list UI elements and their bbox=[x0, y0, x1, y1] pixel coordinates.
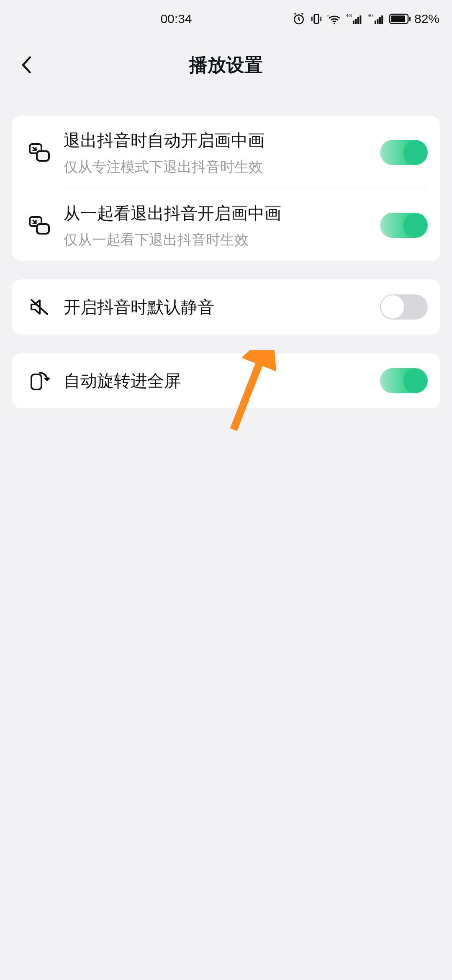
svg-rect-10 bbox=[375, 21, 376, 24]
toggle-default-mute[interactable] bbox=[380, 294, 428, 320]
page-title: 播放设置 bbox=[189, 53, 263, 77]
toggle-exit-pip[interactable] bbox=[380, 140, 428, 165]
setting-row-watchparty-pip[interactable]: 从一起看退出抖音开启画中画 仅从一起看下退出抖音时生效 bbox=[12, 188, 440, 261]
svg-text:4G: 4G bbox=[367, 13, 374, 18]
setting-label: 开启抖音时默认静音 bbox=[64, 297, 380, 317]
svg-rect-6 bbox=[355, 19, 357, 24]
alarm-icon bbox=[292, 12, 306, 26]
status-time: 00:34 bbox=[10, 12, 292, 26]
svg-point-3 bbox=[334, 23, 335, 24]
battery-percent: 82% bbox=[414, 12, 439, 26]
pip-icon bbox=[28, 216, 50, 235]
svg-rect-15 bbox=[391, 15, 405, 22]
setting-row-default-mute[interactable]: 开启抖音时默认静音 bbox=[12, 279, 440, 335]
svg-rect-13 bbox=[381, 15, 383, 24]
svg-rect-7 bbox=[357, 17, 359, 24]
signal-2-icon: 4G bbox=[367, 13, 385, 25]
setting-label: 自动旋转进全屏 bbox=[64, 370, 380, 391]
settings-card-pip: 退出抖音时自动开启画中画 仅从专注模式下退出抖音时生效 从一起看退出抖音开启画中… bbox=[12, 116, 440, 261]
pip-icon bbox=[28, 143, 50, 162]
toggle-watchparty-pip[interactable] bbox=[380, 213, 428, 238]
toggle-auto-rotate[interactable] bbox=[380, 368, 428, 393]
svg-rect-11 bbox=[377, 19, 378, 24]
battery-icon bbox=[389, 13, 411, 25]
rotate-icon bbox=[29, 370, 50, 391]
svg-text:6: 6 bbox=[327, 13, 330, 18]
setting-row-exit-pip[interactable]: 退出抖音时自动开启画中画 仅从专注模式下退出抖音时生效 bbox=[12, 116, 440, 188]
settings-card-mute: 开启抖音时默认静音 bbox=[12, 279, 440, 335]
svg-text:4G: 4G bbox=[346, 13, 352, 18]
mute-icon bbox=[29, 297, 50, 317]
svg-rect-12 bbox=[379, 17, 381, 24]
svg-rect-21 bbox=[37, 224, 49, 234]
chevron-left-icon bbox=[19, 55, 35, 75]
setting-sublabel: 仅从专注模式下退出抖音时生效 bbox=[64, 158, 380, 175]
status-icon-cluster: 6 4G 4G 82% bbox=[292, 12, 442, 26]
back-button[interactable] bbox=[10, 48, 44, 82]
svg-rect-5 bbox=[353, 21, 354, 24]
setting-label: 从一起看退出抖音开启画中画 bbox=[64, 203, 380, 224]
svg-rect-8 bbox=[360, 15, 361, 24]
setting-sublabel: 仅从一起看下退出抖音时生效 bbox=[64, 231, 380, 248]
svg-rect-16 bbox=[409, 17, 411, 21]
header-bar: 播放设置 bbox=[0, 38, 452, 92]
svg-line-24 bbox=[234, 358, 262, 430]
setting-label: 退出抖音时自动开启画中画 bbox=[64, 130, 380, 151]
svg-rect-23 bbox=[31, 374, 41, 389]
vibrate-icon bbox=[310, 12, 323, 26]
wifi-icon: 6 bbox=[327, 13, 342, 25]
signal-1-icon: 4G bbox=[346, 13, 363, 25]
annotation-arrow bbox=[224, 350, 282, 438]
status-bar: 00:34 6 4G 4G 82% bbox=[0, 0, 452, 38]
svg-rect-18 bbox=[37, 151, 49, 161]
svg-rect-1 bbox=[314, 14, 319, 23]
